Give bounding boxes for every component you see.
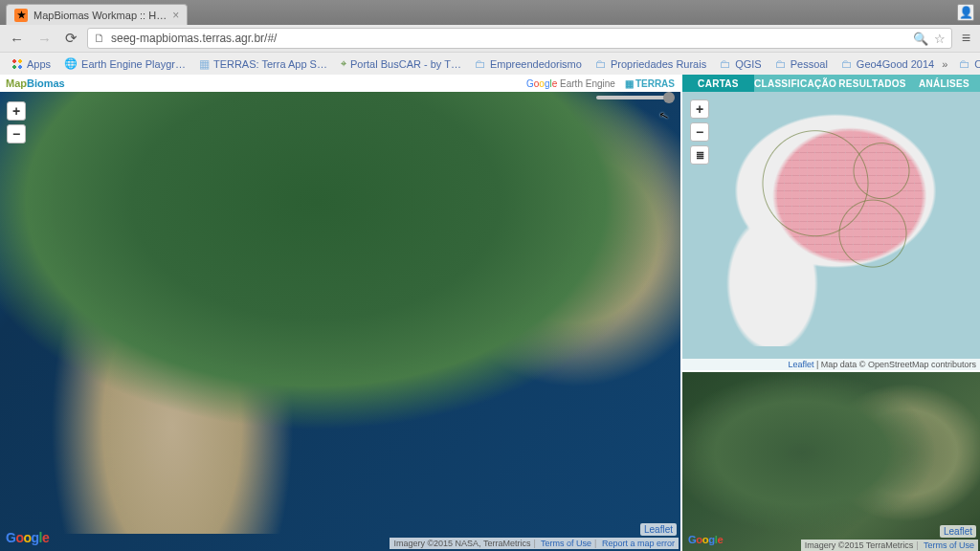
- leaflet-badge[interactable]: Leaflet: [940, 525, 976, 538]
- mapbiomas-logo: MapBiomas: [6, 77, 65, 89]
- back-button[interactable]: ←: [6, 29, 28, 49]
- bookmark-pessoal[interactable]: 🗀Pessoal: [769, 55, 834, 73]
- bookmark-label: Geo4Good 2014: [857, 58, 934, 70]
- bookmarks-bar: Apps 🌐Earth Engine Playgr… ▦TERRAS: Terr…: [0, 52, 980, 75]
- folder-icon: 🗀: [720, 57, 731, 71]
- browser-chrome: ★ MapBiomas Workmap :: H… × 👤 ← → ⟳ 🗋 se…: [0, 0, 980, 76]
- apps-label: Apps: [27, 58, 51, 70]
- main-map-panel[interactable]: MapBiomas Google Earth Engine TERRAS + −…: [0, 75, 680, 551]
- star-icon[interactable]: ☆: [934, 32, 946, 46]
- google-earth-engine-logo: Google Earth Engine: [526, 78, 615, 89]
- apps-icon: [11, 58, 23, 70]
- reload-button[interactable]: ⟳: [61, 28, 81, 49]
- bookmark-qgis[interactable]: 🗀QGIS: [714, 55, 768, 73]
- detail-attribution: Imagery ©2015 TerraMetrics| Terms of Use: [801, 540, 978, 551]
- folder-icon: 🗀: [775, 57, 787, 71]
- tab-resultados[interactable]: RESULTADOS: [836, 75, 908, 92]
- leaflet-badge[interactable]: Leaflet: [640, 523, 677, 536]
- bookmark-label: Other Bookmarks: [974, 58, 980, 70]
- bookmark-label: Portal BusCAR - by T…: [350, 58, 461, 70]
- bookmark-label: Pessoal: [791, 58, 828, 70]
- opacity-slider-knob[interactable]: [663, 92, 675, 103]
- bookmarks-overflow[interactable]: »: [942, 58, 947, 70]
- menu-icon[interactable]: ≡: [958, 30, 974, 47]
- terras-logo: TERRAS: [625, 78, 675, 89]
- bookmark-geo4good[interactable]: 🗀Geo4Good 2014: [835, 55, 940, 73]
- overview-map[interactable]: + − ≣ Leaflet | Map data © OpenStreetMap…: [682, 92, 980, 370]
- overview-attribution: Leaflet | Map data © OpenStreetMap contr…: [682, 359, 980, 370]
- attr-text: | Map data © OpenStreetMap contributors: [813, 360, 976, 369]
- globe-icon: 🌐: [64, 57, 78, 70]
- zoom-in-button[interactable]: +: [7, 101, 26, 121]
- tab-cartas[interactable]: CARTAS: [682, 75, 754, 92]
- app-icon: ▦: [199, 57, 210, 71]
- bookmark-label: Earth Engine Playgr…: [81, 58, 186, 70]
- folder-icon: 🗀: [595, 57, 607, 71]
- app-content: MapBiomas Google Earth Engine TERRAS + −…: [0, 75, 980, 551]
- folder-icon: 🗀: [475, 57, 486, 71]
- detail-satellite-layer: [682, 372, 980, 551]
- opacity-slider-track[interactable]: [596, 96, 671, 99]
- apps-button[interactable]: Apps: [6, 56, 56, 72]
- url-text: seeg-mapbiomas.terras.agr.br/#/: [111, 32, 277, 45]
- other-bookmarks[interactable]: 🗀Other Bookmarks: [953, 55, 980, 73]
- terms-link[interactable]: Terms of Use: [924, 540, 974, 550]
- layers-icon: ≣: [696, 146, 704, 164]
- browser-tab[interactable]: ★ MapBiomas Workmap :: H… ×: [6, 4, 188, 25]
- browser-toolbar: ← → ⟳ 🗋 seeg-mapbiomas.terras.agr.br/#/ …: [0, 25, 980, 52]
- bookmark-empreendedorismo[interactable]: 🗀Empreendedorismo: [469, 55, 588, 73]
- zoom-out-button[interactable]: −: [690, 122, 709, 142]
- side-tab-bar: CARTAS CLASSIFICAÇÃO RESULTADOS ANÁLISES: [682, 75, 980, 92]
- search-icon[interactable]: 🔍: [913, 32, 928, 46]
- bookmark-label: QGIS: [735, 58, 762, 70]
- bookmark-label: TERRAS: Terra App S…: [213, 58, 327, 70]
- google-logo: Google: [688, 533, 723, 545]
- page-icon: 🗋: [94, 32, 105, 45]
- zoom-out-button[interactable]: −: [7, 124, 26, 143]
- app-header: MapBiomas Google Earth Engine TERRAS: [0, 75, 680, 92]
- detail-map[interactable]: Google Leaflet Imagery ©2015 TerraMetric…: [682, 370, 980, 551]
- favicon-icon: ★: [14, 9, 28, 22]
- leaflet-link[interactable]: Leaflet: [788, 360, 813, 369]
- header-credits: Google Earth Engine TERRAS: [526, 78, 675, 89]
- user-icon: 👤: [959, 6, 973, 19]
- forward-button[interactable]: →: [33, 29, 56, 49]
- map-attribution: Imagery ©2015 NASA, TerraMetrics| Terms …: [390, 538, 679, 549]
- folder-icon: 🗀: [959, 57, 970, 71]
- bookmark-buscar[interactable]: ⌖Portal BusCAR - by T…: [335, 55, 467, 72]
- tab-strip: ★ MapBiomas Workmap :: H… × 👤: [0, 0, 980, 25]
- user-profile-button[interactable]: 👤: [957, 4, 974, 21]
- google-logo: Google: [6, 530, 49, 545]
- zoom-in-button[interactable]: +: [690, 99, 709, 119]
- bookmark-terras[interactable]: ▦TERRAS: Terra App S…: [193, 55, 333, 73]
- address-bar[interactable]: 🗋 seeg-mapbiomas.terras.agr.br/#/ 🔍 ☆: [87, 28, 952, 49]
- bookmark-label: Propriedades Rurais: [611, 58, 706, 70]
- buscar-icon: ⌖: [341, 57, 346, 70]
- tab-classificacao[interactable]: CLASSIFICAÇÃO: [754, 75, 836, 92]
- bookmark-label: Empreendedorismo: [490, 58, 582, 70]
- side-panel: CARTAS CLASSIFICAÇÃO RESULTADOS ANÁLISES…: [680, 75, 980, 551]
- biome-boundaries: [686, 96, 973, 346]
- satellite-layer: [0, 75, 680, 534]
- terms-link[interactable]: Terms of Use: [541, 539, 591, 548]
- close-icon[interactable]: ×: [172, 9, 179, 22]
- tab-title: MapBiomas Workmap :: H…: [33, 10, 167, 21]
- tab-analises[interactable]: ANÁLISES: [908, 75, 980, 92]
- layers-button[interactable]: ≣: [690, 145, 709, 165]
- bookmark-propriedades[interactable]: 🗀Propriedades Rurais: [590, 55, 712, 73]
- bookmark-earth-engine[interactable]: 🌐Earth Engine Playgr…: [58, 55, 191, 72]
- folder-icon: 🗀: [841, 57, 853, 71]
- attr-imagery: Imagery ©2015 TerraMetrics: [805, 540, 914, 550]
- south-america-outline: [686, 96, 973, 346]
- attr-imagery: Imagery ©2015 NASA, TerraMetrics: [393, 539, 530, 548]
- report-error-link[interactable]: Report a map error: [602, 539, 675, 548]
